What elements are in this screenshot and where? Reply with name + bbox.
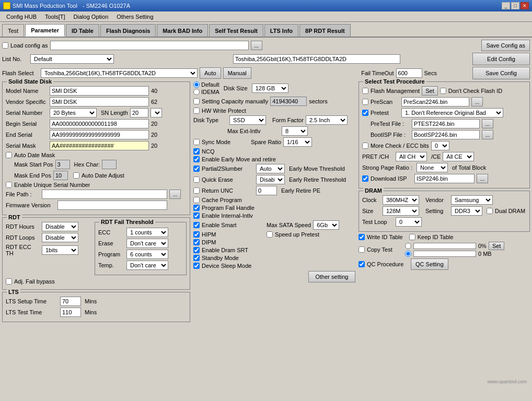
- disk-size-select[interactable]: 128 GB: [252, 84, 288, 93]
- auto-date-adjust-checkbox[interactable]: [73, 172, 79, 179]
- rdt-loops-select[interactable]: Disable: [42, 233, 78, 242]
- capacity-input[interactable]: [270, 97, 307, 106]
- default-radio[interactable]: [193, 81, 200, 88]
- setting-capacity-checkbox[interactable]: [193, 98, 200, 104]
- copy-radio-1[interactable]: [405, 243, 411, 249]
- program-fail-checkbox[interactable]: [193, 205, 200, 211]
- dipm-checkbox[interactable]: [193, 239, 200, 245]
- device-sleep-checkbox[interactable]: [193, 263, 200, 269]
- prescan-checkbox[interactable]: [362, 99, 368, 105]
- isp-browse[interactable]: ...: [477, 174, 488, 183]
- spare-ratio-select[interactable]: 1/16: [283, 137, 312, 147]
- pretest-checkbox[interactable]: [362, 110, 368, 116]
- enable-unique-checkbox[interactable]: [6, 182, 12, 188]
- early-retire-pe-input[interactable]: [256, 186, 277, 195]
- adj-fail-checkbox[interactable]: [6, 278, 12, 285]
- close-button[interactable]: ✕: [521, 2, 529, 9]
- begin-serial-input[interactable]: [50, 119, 149, 128]
- idema-radio[interactable]: [193, 89, 200, 95]
- ncq-checkbox[interactable]: [193, 148, 200, 155]
- disk-type-select[interactable]: SSD: [229, 115, 266, 125]
- other-setting-button[interactable]: Other setting: [308, 271, 355, 282]
- menu-dialog-option[interactable]: Dialog Option: [70, 13, 113, 21]
- mask-end-pos-input[interactable]: [53, 171, 68, 180]
- load-config-checkbox[interactable]: [2, 42, 8, 49]
- hipm-checkbox[interactable]: [193, 231, 200, 238]
- ecc-select[interactable]: 1 counts: [126, 228, 168, 237]
- tab-parameter[interactable]: Parameter: [25, 24, 65, 37]
- rdt-hours-select[interactable]: Disable: [42, 222, 78, 231]
- form-factor-select[interactable]: 2.5 Inch: [306, 115, 348, 125]
- cache-program-checkbox[interactable]: [193, 197, 200, 203]
- enable-internal-checkbox[interactable]: [193, 213, 200, 219]
- lts-setup-time-input[interactable]: [60, 297, 81, 306]
- sync-mode-checkbox[interactable]: [193, 139, 200, 145]
- list-no-select[interactable]: Default: [30, 54, 114, 64]
- maximize-button[interactable]: □: [511, 2, 519, 9]
- program-select[interactable]: 6 counts: [126, 250, 168, 259]
- keep-id-checkbox[interactable]: [409, 234, 415, 240]
- ecc-bits-select[interactable]: 0: [431, 141, 449, 150]
- tab-mark-bad[interactable]: Mark BAD Info: [157, 24, 208, 37]
- pretest-file-input[interactable]: [412, 119, 480, 128]
- qc-setting-button[interactable]: QC Setting: [411, 258, 448, 270]
- serial-mask-input[interactable]: [50, 141, 149, 150]
- load-config-input[interactable]: [50, 41, 249, 50]
- pretest-file-browse[interactable]: ...: [482, 119, 493, 128]
- minimize-button[interactable]: _: [502, 2, 510, 9]
- load-config-browse[interactable]: ...: [251, 41, 262, 50]
- tab-id-table[interactable]: ID Table: [66, 24, 99, 37]
- mask-start-pos-input[interactable]: [55, 160, 70, 169]
- file-path-input[interactable]: [42, 190, 167, 199]
- model-name-input[interactable]: [50, 86, 149, 96]
- lts-test-time-input[interactable]: [60, 308, 81, 317]
- file-path-browse[interactable]: ...: [169, 190, 181, 199]
- save-config-as-button[interactable]: Save Config as: [481, 40, 530, 51]
- download-isp-checkbox[interactable]: [362, 175, 368, 182]
- return-unc-checkbox[interactable]: [193, 187, 200, 194]
- temp-select[interactable]: Don't care: [126, 261, 168, 270]
- test-loop-select[interactable]: 0: [396, 217, 422, 227]
- bootisp-file-input[interactable]: [412, 130, 480, 139]
- menu-tools[interactable]: Tools[T]: [41, 13, 70, 21]
- fail-timeout-input[interactable]: [396, 68, 422, 78]
- strong-page-select[interactable]: None: [417, 163, 448, 172]
- erase-select[interactable]: Don't care: [126, 239, 168, 248]
- partial2slumber-checkbox[interactable]: [193, 166, 200, 172]
- hex-char-input[interactable]: [102, 160, 117, 169]
- rdt-ecc-th-select[interactable]: 1bits: [42, 245, 78, 255]
- firmware-version-input[interactable]: [57, 200, 167, 210]
- enable-dram-srt-checkbox[interactable]: [193, 247, 200, 253]
- pretest-option-select[interactable]: 1. Don't Reference Original Bad: [401, 108, 503, 117]
- hw-write-protect-checkbox[interactable]: [193, 108, 200, 114]
- isp-file-input[interactable]: [414, 174, 475, 183]
- partial2slumber-select[interactable]: Auto: [256, 164, 285, 173]
- save-config-button[interactable]: Save Config: [472, 67, 530, 79]
- sn-extra-select[interactable]: [151, 108, 162, 117]
- tab-test[interactable]: Test: [2, 24, 24, 37]
- early-retire-select[interactable]: Disable: [256, 175, 285, 184]
- enable-smart-checkbox[interactable]: [193, 222, 200, 228]
- dram-vendor-select[interactable]: Samsung: [451, 195, 493, 205]
- qc-procedure-checkbox[interactable]: [358, 261, 365, 267]
- prescan-file-input[interactable]: [401, 97, 469, 107]
- dont-check-checkbox[interactable]: [440, 88, 446, 94]
- flash-select-dropdown[interactable]: Toshiba,256Gbit(16K),TH58TFG8DDLTA2D: [41, 68, 198, 78]
- speed-up-checkbox[interactable]: [267, 231, 273, 238]
- ce-select[interactable]: All CE: [443, 152, 474, 161]
- quick-erase-checkbox[interactable]: [193, 176, 200, 183]
- enable-early-checkbox[interactable]: [193, 156, 200, 162]
- auto-button[interactable]: Auto: [200, 67, 221, 79]
- tab-lts-info[interactable]: LTS Info: [264, 24, 298, 37]
- copy-radio-2[interactable]: [405, 251, 411, 257]
- vendor-input[interactable]: [50, 97, 149, 107]
- copy-set-button[interactable]: Set: [489, 242, 505, 250]
- dram-clock-select[interactable]: 380MHZ: [383, 195, 419, 205]
- set-button[interactable]: Set: [422, 86, 438, 96]
- copy-test-checkbox[interactable]: [358, 246, 365, 253]
- sn-length-input[interactable]: [130, 108, 148, 117]
- dram-setting-select[interactable]: DDR3: [451, 206, 482, 216]
- max-sata-select[interactable]: 6Gb: [313, 220, 339, 230]
- flash-mgmt-checkbox[interactable]: [362, 88, 368, 94]
- more-check-checkbox[interactable]: [362, 143, 368, 149]
